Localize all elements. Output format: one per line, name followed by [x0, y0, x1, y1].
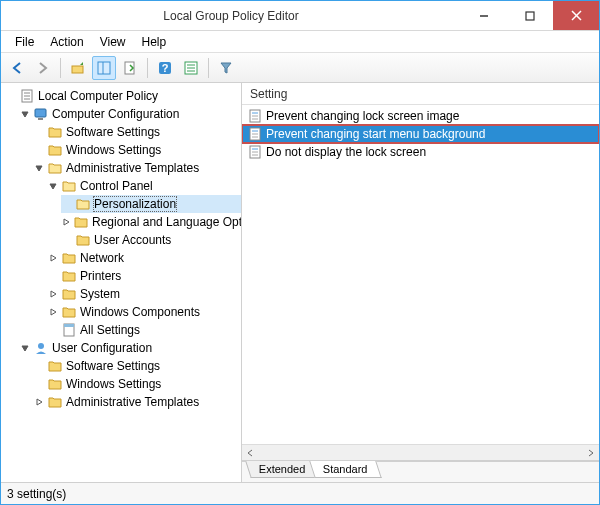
- tree-toggle[interactable]: [47, 288, 59, 300]
- close-icon: [571, 10, 582, 21]
- filter-options-icon: [183, 60, 199, 76]
- minimize-button[interactable]: [461, 1, 507, 30]
- tree-label: Software Settings: [66, 359, 160, 373]
- tree-node[interactable]: User Configuration: [19, 339, 241, 357]
- list-tabs: Extended Standard: [242, 460, 599, 482]
- scroll-left-icon[interactable]: [242, 445, 258, 461]
- help-button[interactable]: ?: [153, 56, 177, 80]
- menubar: File Action View Help: [1, 31, 599, 53]
- tree-node[interactable]: Computer Configuration: [19, 105, 241, 123]
- back-button[interactable]: [5, 56, 29, 80]
- sheet-icon: [61, 322, 77, 338]
- tab-extended[interactable]: Extended: [245, 461, 319, 478]
- help-icon: ?: [157, 60, 173, 76]
- tree-toggle[interactable]: [33, 162, 45, 174]
- statusbar: 3 setting(s): [1, 482, 599, 504]
- tree-node[interactable]: Administrative Templates: [33, 393, 241, 411]
- tree-node[interactable]: Printers: [47, 267, 241, 285]
- folder-icon: [47, 394, 63, 410]
- status-text: 3 setting(s): [7, 487, 66, 501]
- tree-label: System: [80, 287, 120, 301]
- tree-label: Windows Components: [80, 305, 200, 319]
- tab-standard[interactable]: Standard: [310, 461, 382, 478]
- tree-node[interactable]: User Accounts: [61, 231, 241, 249]
- tree-node[interactable]: Windows Settings: [33, 375, 241, 393]
- close-button[interactable]: [553, 1, 599, 30]
- up-button[interactable]: [66, 56, 90, 80]
- list-item[interactable]: Prevent changing start menu background: [242, 125, 599, 143]
- tree-toggle[interactable]: [33, 396, 45, 408]
- folder-icon: [61, 250, 77, 266]
- tree-node[interactable]: System: [47, 285, 241, 303]
- tree: Local Computer PolicyComputer Configurat…: [5, 87, 241, 411]
- tree-toggle[interactable]: [19, 342, 31, 354]
- menu-file[interactable]: File: [7, 33, 42, 51]
- setting-icon: [248, 109, 262, 123]
- tree-toggle[interactable]: [61, 216, 71, 228]
- content-area: Local Computer PolicyComputer Configurat…: [1, 83, 599, 482]
- menu-action[interactable]: Action: [42, 33, 91, 51]
- toolbar-separator: [208, 58, 209, 78]
- tree-toggle[interactable]: [19, 108, 31, 120]
- menu-view[interactable]: View: [92, 33, 134, 51]
- horizontal-scrollbar[interactable]: [242, 444, 599, 460]
- svg-point-22: [38, 343, 44, 349]
- export-list-icon: [122, 60, 138, 76]
- tree-label: Windows Settings: [66, 143, 161, 157]
- folder-icon: [61, 178, 77, 194]
- maximize-button[interactable]: [507, 1, 553, 30]
- list-item-label: Prevent changing start menu background: [266, 127, 485, 141]
- toolbar-separator: [147, 58, 148, 78]
- tree-label: Printers: [80, 269, 121, 283]
- tree-label: Administrative Templates: [66, 161, 199, 175]
- tree-node[interactable]: Software Settings: [33, 123, 241, 141]
- tree-label: Network: [80, 251, 124, 265]
- tree-label: Regional and Language Options: [92, 215, 242, 229]
- list-pane: Setting Prevent changing lock screen ima…: [242, 83, 599, 482]
- tree-label: Personalization: [94, 197, 176, 211]
- tree-toggle[interactable]: [47, 252, 59, 264]
- tree-node[interactable]: Administrative Templates: [33, 159, 241, 177]
- titlebar: Local Group Policy Editor: [1, 1, 599, 31]
- list-header-setting[interactable]: Setting: [242, 83, 599, 105]
- folder-icon: [75, 196, 91, 212]
- list-item[interactable]: Do not display the lock screen: [242, 143, 599, 161]
- tree-label: Windows Settings: [66, 377, 161, 391]
- list-item[interactable]: Prevent changing lock screen image: [242, 107, 599, 125]
- tree-node[interactable]: Regional and Language Options: [61, 213, 241, 231]
- menu-help[interactable]: Help: [134, 33, 175, 51]
- folder-icon: [75, 232, 91, 248]
- forward-button[interactable]: [31, 56, 55, 80]
- minimize-icon: [479, 11, 489, 21]
- tree-label: Computer Configuration: [52, 107, 179, 121]
- folder-icon: [73, 214, 89, 230]
- tree-node[interactable]: Personalization: [61, 195, 241, 213]
- tree-toggle[interactable]: [47, 180, 59, 192]
- folder-icon: [61, 286, 77, 302]
- svg-rect-5: [98, 62, 110, 74]
- funnel-icon: [218, 60, 234, 76]
- tree-toggle[interactable]: [47, 306, 59, 318]
- folder-icon: [47, 124, 63, 140]
- filter-button[interactable]: [214, 56, 238, 80]
- filter-options-button[interactable]: [179, 56, 203, 80]
- window-controls: [461, 1, 599, 30]
- tree-node[interactable]: Control Panel: [47, 177, 241, 195]
- tree-node[interactable]: Network: [47, 249, 241, 267]
- svg-rect-18: [35, 109, 46, 117]
- tree-pane-icon: [96, 60, 112, 76]
- tree-node[interactable]: Software Settings: [33, 357, 241, 375]
- policy-root-icon: [19, 88, 35, 104]
- tree-pane[interactable]: Local Computer PolicyComputer Configurat…: [1, 83, 242, 482]
- show-tree-button[interactable]: [92, 56, 116, 80]
- scroll-right-icon[interactable]: [583, 445, 599, 461]
- tree-node[interactable]: Windows Components: [47, 303, 241, 321]
- forward-icon: [35, 60, 51, 76]
- tree-node[interactable]: Local Computer Policy: [5, 87, 241, 105]
- tree-node[interactable]: Windows Settings: [33, 141, 241, 159]
- export-button[interactable]: [118, 56, 142, 80]
- folder-up-icon: [70, 60, 86, 76]
- tree-node[interactable]: All Settings: [47, 321, 241, 339]
- tree-label: Control Panel: [80, 179, 153, 193]
- folder-icon: [61, 304, 77, 320]
